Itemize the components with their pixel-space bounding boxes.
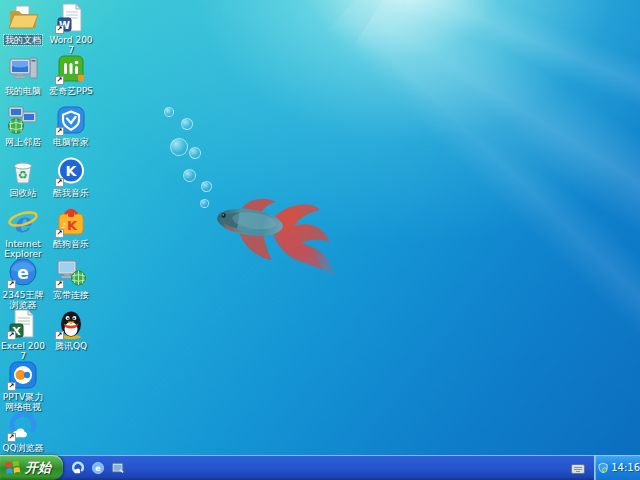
- shortcut-arrow-icon: ↗: [55, 280, 64, 289]
- kuwo-music-icon: K ↗: [55, 155, 87, 187]
- light-ray: [403, 0, 640, 275]
- iqiyi-pps-icon: ↗: [55, 53, 87, 85]
- bubble: [164, 107, 174, 117]
- start-button-label: 开始: [25, 459, 51, 477]
- desktop-icon-recycle-bin[interactable]: ♻ 回收站: [0, 155, 46, 198]
- bubble: [181, 118, 193, 130]
- desktop-icon-kuwo-music[interactable]: K ↗ 酷我音乐: [48, 155, 94, 198]
- recycle-bin-icon: ♻: [7, 155, 39, 187]
- shortcut-arrow-icon: ↗: [7, 280, 16, 289]
- tencent-qq-icon: ↗: [55, 308, 87, 340]
- shortcut-arrow-icon: ↗: [55, 331, 64, 340]
- desktop-icon-network-places[interactable]: 网上邻居: [0, 104, 46, 147]
- svg-text:K: K: [67, 218, 78, 233]
- tray-clock[interactable]: 14:16: [611, 462, 640, 473]
- icon-label: 2345王牌浏览器: [0, 290, 46, 310]
- desktop-icon-qq-browser[interactable]: ↗ QQ浏览器: [0, 410, 46, 453]
- icon-label: 我的文档: [4, 35, 42, 45]
- pc-manager-icon: ↗: [55, 104, 87, 136]
- internet-explorer-icon: e: [7, 206, 39, 238]
- desktop-icon-2345-browser[interactable]: e ↗ 2345王牌浏览器: [0, 257, 46, 310]
- 2345-browser-icon: e ↗: [7, 257, 39, 289]
- kugou-music-icon: K ♪ ↗: [55, 206, 87, 238]
- bubble: [170, 138, 188, 156]
- desktop-icon-my-documents[interactable]: 我的文档: [0, 2, 46, 45]
- bubble: [183, 169, 196, 182]
- broadband-connection-icon: ↗: [55, 257, 87, 289]
- my-documents-icon: [7, 2, 39, 34]
- desktop[interactable]: 我的文档 我的电脑 网上邻: [0, 0, 640, 480]
- shortcut-arrow-icon: ↗: [55, 25, 64, 34]
- shortcut-arrow-icon: ↗: [55, 178, 64, 187]
- svg-text:♻: ♻: [18, 169, 28, 182]
- desktop-icon-internet-explorer[interactable]: e Internet Explorer: [0, 206, 46, 259]
- desktop-icon-iqiyi-pps[interactable]: ↗ 爱奇艺PPS: [48, 53, 94, 96]
- desktop-icon-word-2007[interactable]: W ↗ Word 2007: [48, 2, 94, 55]
- icon-label: Internet Explorer: [0, 239, 46, 259]
- icon-label: 爱奇艺PPS: [48, 86, 94, 96]
- qq-browser-quick-icon[interactable]: [70, 460, 85, 475]
- quick-launch-bar: e: [70, 455, 125, 480]
- start-button[interactable]: 开始: [0, 455, 63, 480]
- svg-text:e: e: [95, 464, 100, 473]
- desktop-icon-pc-manager[interactable]: ↗ 电脑管家: [48, 104, 94, 147]
- icon-label: 宽带连接: [52, 290, 90, 300]
- my-computer-icon: [7, 53, 39, 85]
- desktop-icon-excel-2007[interactable]: X ↗ Excel 2007: [0, 308, 46, 361]
- icon-label: 腾讯QQ: [54, 341, 88, 351]
- icon-label: Excel 2007: [0, 341, 46, 361]
- svg-text:e: e: [17, 263, 29, 283]
- network-places-icon: [7, 104, 39, 136]
- shortcut-arrow-icon: ↗: [55, 76, 64, 85]
- shortcut-arrow-icon: ↗: [7, 382, 16, 391]
- shortcut-arrow-icon: ↗: [55, 229, 64, 238]
- icon-label: PPTV聚力 网络电视: [0, 392, 46, 412]
- 2345-browser-quick-icon[interactable]: e: [90, 460, 105, 475]
- pc-manager-tray-icon[interactable]: [598, 461, 608, 475]
- betta-fish: [208, 190, 346, 282]
- icon-label: 我的电脑: [4, 86, 42, 96]
- desktop-icon-kugou-music[interactable]: K ♪ ↗ 酷狗音乐: [48, 206, 94, 249]
- icon-label: 电脑管家: [52, 137, 90, 147]
- desktop-icon-tencent-qq[interactable]: ↗ 腾讯QQ: [48, 308, 94, 351]
- shortcut-arrow-icon: ↗: [7, 433, 16, 442]
- light-ray: [349, 0, 640, 456]
- desktop-icon-pptv[interactable]: ↗ PPTV聚力 网络电视: [0, 359, 46, 412]
- pptv-icon: ↗: [7, 359, 39, 391]
- icon-label: QQ浏览器: [1, 443, 44, 453]
- qq-browser-icon: ↗: [7, 410, 39, 442]
- system-tray[interactable]: 14:16: [594, 455, 640, 480]
- shortcut-arrow-icon: ↗: [7, 331, 16, 340]
- excel-icon: X ↗: [7, 308, 39, 340]
- windows-flag-icon: [5, 460, 21, 476]
- light-ray: [323, 0, 640, 480]
- icon-label: 酷我音乐: [52, 188, 90, 198]
- desktop-icon-broadband-connection[interactable]: ↗ 宽带连接: [48, 257, 94, 300]
- language-indicator-icon[interactable]: [571, 460, 585, 472]
- show-desktop-icon[interactable]: [110, 460, 125, 475]
- shortcut-arrow-icon: ↗: [55, 127, 64, 136]
- icon-label: 网上邻居: [4, 137, 42, 147]
- svg-text:K: K: [66, 163, 78, 179]
- icon-label: 回收站: [9, 188, 38, 198]
- icon-label: 酷狗音乐: [52, 239, 90, 249]
- word-icon: W ↗: [55, 2, 87, 34]
- desktop-icon-my-computer[interactable]: 我的电脑: [0, 53, 46, 96]
- bubble: [189, 147, 201, 159]
- taskbar: 开始 e: [0, 455, 640, 480]
- icon-label: Word 2007: [48, 35, 94, 55]
